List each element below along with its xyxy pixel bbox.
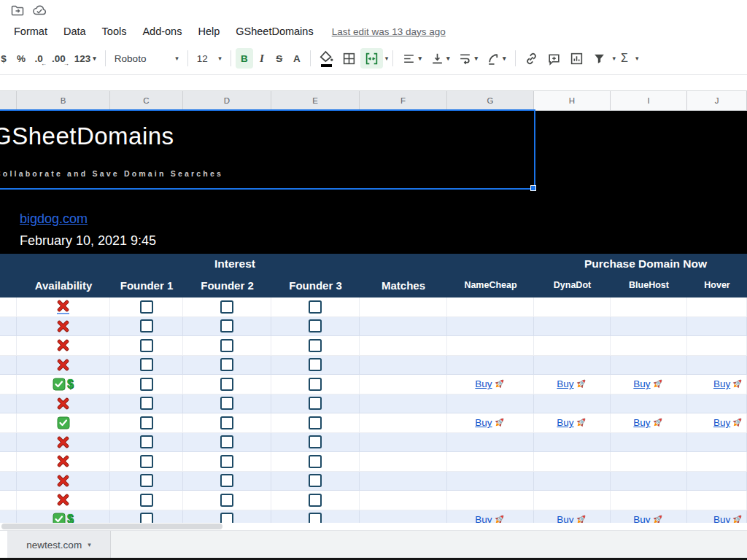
percent-format-button[interactable]: % — [12, 48, 30, 69]
column-header-D[interactable]: D — [183, 91, 271, 110]
checkbox-unchecked[interactable] — [309, 339, 322, 352]
borders-button[interactable] — [338, 48, 360, 69]
checkbox-unchecked[interactable] — [220, 397, 233, 410]
currency-format-button[interactable]: $ — [0, 48, 12, 69]
checkbox-unchecked[interactable] — [220, 339, 233, 352]
vertical-align-button[interactable]: ▾ — [426, 48, 454, 69]
column-header-C[interactable]: C — [110, 91, 183, 110]
menu-gsheetdomains[interactable]: GSheetDomains — [228, 23, 321, 39]
checkbox-unchecked[interactable] — [140, 300, 153, 314]
insert-chart-button[interactable] — [565, 48, 588, 69]
insert-link-button[interactable] — [520, 48, 543, 69]
checkbox-unchecked[interactable] — [140, 397, 153, 410]
buy-link-dynadot[interactable]: Buy — [557, 378, 587, 390]
merge-options-caret[interactable]: ▾ — [385, 55, 389, 62]
font-size-select[interactable]: 12▾ — [193, 48, 226, 69]
sheet-tab-newtest[interactable]: newtest.com ▾ — [7, 531, 111, 559]
cloud-saved-icon[interactable] — [32, 3, 47, 18]
checkbox-unchecked[interactable] — [220, 358, 233, 371]
buy-link-namecheap[interactable]: Buy — [475, 416, 505, 429]
checkbox-unchecked[interactable] — [140, 513, 153, 523]
bold-button[interactable]: B — [236, 48, 253, 69]
menu-tools[interactable]: Tools — [94, 23, 135, 39]
italic-button[interactable]: I — [253, 48, 271, 69]
horizontal-align-button[interactable]: ▾ — [398, 48, 426, 69]
checkbox-unchecked[interactable] — [140, 474, 153, 487]
checkbox-unchecked[interactable] — [220, 494, 233, 507]
column-header-G[interactable]: G — [447, 91, 534, 110]
filter-button[interactable] — [588, 48, 611, 69]
checkbox-unchecked[interactable] — [220, 319, 233, 332]
checkbox-unchecked[interactable] — [309, 494, 322, 507]
buy-link-hover[interactable]: Buy — [713, 416, 743, 429]
menu-data[interactable]: Data — [55, 23, 94, 39]
checkbox-unchecked[interactable] — [309, 358, 322, 371]
column-header-E[interactable]: E — [271, 91, 360, 110]
checkbox-unchecked[interactable] — [220, 474, 233, 487]
buy-cell-hover: Buy — [687, 375, 747, 394]
checkbox-unchecked[interactable] — [309, 319, 322, 332]
insert-comment-button[interactable] — [543, 48, 565, 69]
selection-fill-handle[interactable] — [530, 185, 536, 191]
horizontal-scrollbar[interactable] — [0, 523, 747, 530]
strikethrough-button[interactable]: S — [271, 48, 288, 69]
rocket-icon — [493, 416, 506, 429]
checkbox-unchecked[interactable] — [309, 474, 322, 487]
checkbox-unchecked[interactable] — [220, 455, 233, 468]
buy-link-namecheap[interactable]: Buy — [475, 513, 505, 523]
checkbox-unchecked[interactable] — [309, 378, 322, 391]
fill-color-button[interactable] — [315, 48, 338, 69]
text-wrap-button[interactable]: ▾ — [454, 48, 482, 69]
sheet-tab-menu-caret[interactable]: ▾ — [88, 541, 91, 548]
functions-caret[interactable]: ▾ — [635, 55, 639, 62]
column-header-partial[interactable] — [0, 91, 17, 110]
menu-format[interactable]: Format — [6, 23, 55, 39]
buy-link-bluehost[interactable]: Buy — [633, 378, 663, 390]
checkbox-unchecked[interactable] — [140, 494, 153, 507]
menu-add-ons[interactable]: Add-ons — [134, 23, 190, 39]
checkbox-unchecked[interactable] — [140, 319, 153, 332]
column-header-J[interactable]: J — [687, 91, 747, 110]
checkbox-unchecked[interactable] — [220, 378, 233, 391]
buy-link-namecheap[interactable]: Buy — [475, 378, 505, 390]
checkbox-unchecked[interactable] — [220, 435, 233, 448]
buy-link-hover[interactable]: Buy — [713, 513, 743, 523]
functions-button[interactable]: Σ — [616, 48, 633, 69]
checkbox-unchecked[interactable] — [140, 358, 153, 371]
decrease-decimal-button[interactable]: .0← — [30, 48, 47, 69]
checkbox-unchecked[interactable] — [309, 513, 322, 523]
checkbox-unchecked[interactable] — [140, 416, 153, 429]
buy-link-bluehost[interactable]: Buy — [633, 513, 663, 523]
column-header-F[interactable]: F — [360, 91, 447, 110]
menu-help[interactable]: Help — [190, 23, 228, 39]
checkbox-unchecked[interactable] — [140, 435, 153, 448]
column-header-I[interactable]: I — [611, 91, 687, 110]
checkbox-unchecked[interactable] — [309, 435, 322, 448]
merge-cells-button[interactable] — [360, 48, 383, 69]
checkbox-unchecked[interactable] — [220, 513, 233, 523]
column-header-B[interactable]: B — [17, 91, 110, 110]
scrollbar-thumb[interactable] — [1, 524, 222, 529]
text-rotation-button[interactable]: ▾ — [482, 48, 511, 69]
buy-link-hover[interactable]: Buy — [713, 378, 743, 390]
increase-decimal-button[interactable]: .00→ — [47, 48, 70, 69]
number-format-button[interactable]: 123▾ — [70, 48, 101, 69]
buy-link-dynadot[interactable]: Buy — [557, 416, 587, 429]
column-header-H[interactable]: H — [534, 91, 611, 110]
checkbox-unchecked[interactable] — [309, 455, 322, 468]
buy-link-dynadot[interactable]: Buy — [557, 513, 587, 523]
checkbox-unchecked[interactable] — [309, 416, 322, 429]
font-family-select[interactable]: Roboto▾ — [110, 48, 183, 69]
buy-link-bluehost[interactable]: Buy — [633, 416, 663, 429]
checkbox-unchecked[interactable] — [220, 416, 233, 429]
checkbox-unchecked[interactable] — [309, 300, 322, 314]
last-edit-link[interactable]: Last edit was 13 days ago — [332, 26, 446, 37]
checkbox-unchecked[interactable] — [309, 397, 322, 410]
text-color-button[interactable]: A — [288, 48, 306, 69]
move-to-folder-icon[interactable] — [10, 3, 25, 18]
checkbox-unchecked[interactable] — [140, 378, 153, 391]
domain-link[interactable]: bigdog.com — [20, 211, 88, 227]
checkbox-unchecked[interactable] — [140, 339, 153, 352]
checkbox-unchecked[interactable] — [140, 455, 153, 468]
checkbox-unchecked[interactable] — [220, 300, 233, 314]
